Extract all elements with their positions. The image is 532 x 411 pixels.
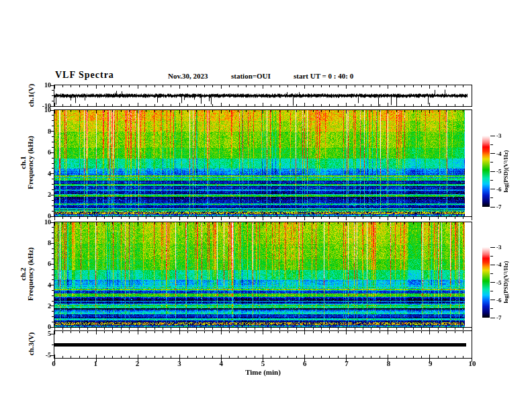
- time-tick: [279, 110, 280, 112]
- time-tick: [204, 104, 205, 106]
- time-tick: [187, 217, 188, 219]
- time-tick: [404, 222, 405, 224]
- y-tick: [50, 222, 54, 223]
- time-tick: [438, 104, 439, 106]
- time-tick: [413, 328, 414, 330]
- time-tick: [163, 110, 163, 112]
- time-tick: [229, 104, 230, 106]
- time-tick: [62, 356, 63, 358]
- time-tick: [87, 222, 88, 224]
- time-tick: [279, 356, 280, 358]
- time-tick: [79, 110, 80, 112]
- time-tick: [363, 217, 363, 219]
- time-tick: [79, 331, 80, 333]
- ch1-spectrogram-panel: 1086420: [54, 109, 472, 217]
- time-tick: [54, 355, 55, 358]
- time-tick: [346, 110, 347, 113]
- time-tick: [455, 328, 455, 330]
- page-title: VLF Spectra: [55, 70, 114, 81]
- time-tick: [396, 222, 397, 224]
- time-tick: [62, 222, 63, 224]
- time-tick: [79, 104, 80, 106]
- time-tick: [71, 222, 71, 224]
- time-tick: [138, 222, 138, 226]
- time-tick: [79, 85, 80, 87]
- time-tick: [321, 104, 322, 106]
- time-tick: [104, 222, 105, 224]
- time-tick: [121, 110, 122, 112]
- time-tick: [154, 328, 155, 330]
- time-tick: [371, 222, 371, 224]
- time-tick: [380, 328, 380, 330]
- time-tick: [138, 355, 138, 358]
- time-tick: [421, 217, 422, 219]
- time-tick: [246, 356, 247, 358]
- x-tick-label: 9: [420, 359, 441, 367]
- time-tick: [104, 356, 105, 358]
- time-tick: [104, 331, 105, 333]
- time-tick: [171, 328, 171, 330]
- time-tick: [121, 85, 122, 87]
- time-tick: [163, 356, 163, 358]
- time-tick: [380, 104, 380, 106]
- time-tick: [246, 331, 247, 333]
- time-tick: [455, 331, 455, 333]
- time-tick: [204, 217, 205, 219]
- ch1-spectrogram-canvas: [54, 110, 465, 216]
- time-tick: [446, 110, 447, 112]
- time-tick: [54, 217, 55, 220]
- time-tick: [313, 104, 314, 106]
- x-tick-label: 10: [462, 359, 482, 367]
- time-tick: [54, 110, 55, 113]
- time-tick: [263, 217, 263, 220]
- time-tick: [129, 217, 130, 219]
- y-tick: [50, 306, 54, 306]
- x-tick-label: 0: [44, 359, 64, 367]
- time-tick: [380, 331, 380, 333]
- ch2-colorbar-axis-label: log(PSD)(V²/Hz): [502, 261, 509, 303]
- time-tick: [271, 217, 271, 219]
- time-tick: [438, 222, 439, 224]
- time-tick: [346, 222, 347, 226]
- time-tick: [255, 104, 255, 106]
- time-tick: [96, 110, 97, 113]
- time-tick: [421, 222, 422, 224]
- time-tick: [179, 331, 180, 334]
- time-tick: [129, 331, 130, 333]
- colorbar-tick-label: -4: [496, 261, 502, 268]
- time-tick: [363, 328, 363, 330]
- time-tick: [321, 328, 322, 330]
- time-tick: [255, 217, 255, 219]
- time-tick: [371, 356, 371, 358]
- time-tick: [96, 85, 97, 89]
- time-tick: [104, 328, 105, 330]
- time-tick: [238, 331, 238, 333]
- y-tick: [52, 259, 54, 259]
- time-tick: [129, 85, 130, 87]
- ch2-spec-ytick-labels: 1086420: [32, 222, 52, 327]
- time-tick: [287, 104, 288, 106]
- time-tick: [313, 110, 314, 112]
- time-tick: [263, 103, 263, 106]
- time-tick: [154, 222, 155, 224]
- time-tick: [71, 104, 71, 106]
- time-tick: [329, 104, 330, 106]
- y-tick: [52, 279, 54, 280]
- time-tick: [329, 222, 330, 224]
- ch3-waveform-panel: 5-5: [54, 330, 472, 359]
- time-tick: [396, 104, 397, 106]
- y-tick: [50, 110, 54, 111]
- time-tick: [304, 217, 305, 220]
- time-tick: [355, 222, 355, 224]
- time-tick: [329, 356, 330, 358]
- time-tick: [112, 222, 113, 224]
- time-tick: [179, 222, 180, 226]
- time-tick: [212, 85, 213, 87]
- time-tick: [238, 85, 238, 87]
- time-tick: [380, 110, 380, 112]
- time-tick: [71, 356, 71, 358]
- time-tick: [421, 328, 422, 330]
- y-tick: [52, 227, 54, 228]
- time-tick: [79, 222, 80, 224]
- time-tick: [313, 217, 314, 219]
